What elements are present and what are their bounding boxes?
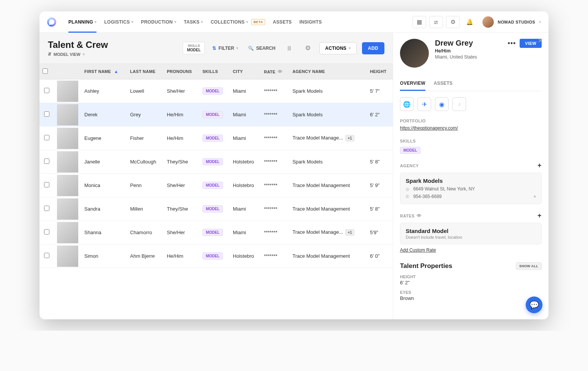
cell-first-name: Shanna [81, 221, 127, 244]
top-nav: PLANNING▾LOGISTICS▾PRODUCTION▾TASKS▾COLL… [40, 11, 548, 33]
skill-pill: MODEL [202, 135, 223, 142]
table-row[interactable]: EugeneFisherHe/HimMODELMiami*******Trace… [40, 127, 393, 150]
table-row[interactable]: DerekGreyHe/HimMODELMiami*******Spark Mo… [40, 103, 393, 127]
cell-city: Miami [230, 127, 261, 150]
cell-pronouns: She/Her [164, 79, 199, 103]
settings-icon[interactable]: ⚙ [301, 42, 314, 55]
detail-name: Drew Grey [435, 39, 477, 48]
table-row[interactable]: MonicaPennShe/HerMODELHolstebro*******Tr… [40, 174, 393, 197]
col-last-name[interactable]: LAST NAME [127, 64, 164, 79]
add-custom-rate[interactable]: Add Custom Rate [400, 247, 436, 253]
nav-insights[interactable]: INSIGHTS [296, 11, 326, 33]
add-agency-icon[interactable]: + [537, 162, 542, 170]
phone-icon: ✆ [406, 194, 410, 199]
table-row[interactable]: SimonAhm BjerreHe/HimMODELHolstebro*****… [40, 244, 393, 268]
row-checkbox[interactable] [44, 182, 49, 187]
portfolio-label: PORTFOLIO [400, 119, 542, 123]
account-name: NOMAD STUDIOS [498, 20, 535, 24]
col-rate[interactable]: RATE👁 [261, 64, 289, 79]
row-checkbox[interactable] [44, 159, 49, 164]
filter-button[interactable]: ⇅ FILTER ▾ [210, 43, 240, 53]
cell-agency: Trace Model Manage...+1 [289, 221, 367, 244]
page-header: Talent & Crew ⇵ MODEL VIEW ▾ SKILLS MODE… [40, 33, 393, 63]
row-checkbox[interactable] [44, 135, 49, 140]
add-button[interactable]: ADD [362, 42, 385, 54]
height-value: 6' 2" [400, 280, 542, 285]
news-icon[interactable]: ▦ [413, 16, 426, 28]
nav-planning[interactable]: PLANNING▾ [65, 11, 100, 33]
table-row[interactable]: ShannaChamorroShe/HerMODELMiami*******Tr… [40, 221, 393, 244]
table-row[interactable]: SandraMillenThey/SheMODELMiami*******Tra… [40, 197, 393, 221]
col-first-name[interactable]: FIRST NAME▲ [81, 64, 127, 79]
website-icon[interactable]: 🌐 [400, 97, 414, 111]
cell-last-name: Millen [127, 197, 164, 221]
instagram-icon[interactable]: ◉ [435, 97, 449, 111]
skill-pill: MODEL [202, 252, 223, 260]
col-pronouns[interactable]: PRONOUNS [164, 64, 199, 79]
account-switcher[interactable]: NOMAD STUDIOS ▾ [482, 16, 541, 28]
bell-icon[interactable]: 🔔 [463, 16, 476, 28]
close-icon[interactable]: ✕ [537, 36, 543, 45]
talent-table: FIRST NAME▲LAST NAMEPRONOUNSSKILLSCITYRA… [40, 63, 393, 319]
nav-production[interactable]: PRODUCTION▾ [137, 11, 180, 33]
send-icon[interactable]: ✈ [417, 97, 431, 111]
cell-height: 5' 8" [367, 197, 393, 221]
cell-agency: Spark Models [289, 103, 367, 127]
more-icon[interactable]: ••• [507, 40, 516, 48]
skill-pill: MODEL [202, 158, 223, 165]
view-switcher[interactable]: ⇵ MODEL VIEW ▾ [48, 52, 177, 57]
tab-assets[interactable]: ASSETS [434, 77, 453, 91]
row-checkbox[interactable] [44, 88, 49, 93]
search-button[interactable]: 🔍 SEARCH [246, 43, 278, 53]
row-checkbox[interactable] [44, 229, 49, 235]
cell-pronouns: They/She [164, 150, 199, 174]
cell-first-name: Simon [81, 244, 127, 268]
col-city[interactable]: CITY [230, 64, 261, 79]
skill-pill: MODEL [202, 229, 223, 236]
nav-collections[interactable]: COLLECTIONS▾BETA [207, 11, 269, 33]
location-icon: ◎ [406, 187, 410, 192]
cell-rate: ******* [261, 221, 289, 244]
analytics-icon[interactable]: ⧄ [429, 16, 443, 28]
col-height[interactable]: HEIGHT [367, 64, 393, 79]
add-rate-icon[interactable]: + [537, 212, 542, 220]
agency-card[interactable]: Spark Models ◎6649 Walnut St, New York, … [400, 173, 542, 204]
chevron-down-icon: ▾ [83, 52, 85, 56]
detail-panel: ✕ Drew Grey He/Him Miami, United States … [393, 33, 548, 319]
cell-last-name: Ahm Bjerre [127, 244, 164, 268]
eyes-value: Brown [400, 295, 542, 301]
globe-icon[interactable]: ⚙ [446, 16, 460, 28]
row-checkbox[interactable] [44, 253, 49, 258]
row-checkbox[interactable] [44, 206, 49, 211]
tiktok-icon[interactable]: ♪ [452, 97, 466, 111]
nav-tasks[interactable]: TASKS▾ [180, 11, 207, 33]
nav-logistics[interactable]: LOGISTICS▾ [100, 11, 137, 33]
cell-pronouns: She/Her [164, 174, 199, 197]
cell-last-name: Lowell [127, 79, 164, 103]
tab-overview[interactable]: OVERVIEW [400, 77, 425, 91]
col-skills[interactable]: SKILLS [199, 64, 230, 79]
col-agency-name[interactable]: AGENCY NAME [289, 64, 367, 79]
cell-pronouns: He/Him [164, 103, 199, 127]
select-all-header[interactable] [40, 64, 54, 79]
chevron-down-icon: ▾ [236, 46, 238, 50]
show-all-button[interactable]: SHOW ALL [516, 262, 542, 270]
avatar [57, 246, 78, 267]
actions-button[interactable]: ACTIONS ▾ [319, 42, 356, 54]
avatar [482, 16, 494, 28]
nav-assets[interactable]: ASSETS [269, 11, 296, 33]
cell-height: 6' 0" [367, 244, 393, 268]
portfolio-link[interactable]: https://theoptionagency.com/ [400, 125, 458, 131]
cell-first-name: Monica [81, 174, 127, 197]
rate-card[interactable]: Standard Model Doesn't include travel, l… [400, 223, 542, 244]
cell-height: 5' 7" [367, 79, 393, 103]
chat-icon[interactable]: 💬 [526, 296, 542, 313]
skills-filter-button[interactable]: SKILLS MODEL [183, 42, 205, 54]
table-row[interactable]: JanelleMcCulloughThey/SheMODELHolstebro*… [40, 150, 393, 174]
columns-icon[interactable]: ⫼ [283, 42, 296, 55]
avatar [57, 81, 78, 102]
skill-pill: MODEL [202, 182, 223, 189]
cell-city: Miami [230, 103, 261, 127]
row-checkbox[interactable] [44, 111, 49, 117]
table-row[interactable]: AshleyLowellShe/HerMODELMiami*******Spar… [40, 79, 393, 103]
